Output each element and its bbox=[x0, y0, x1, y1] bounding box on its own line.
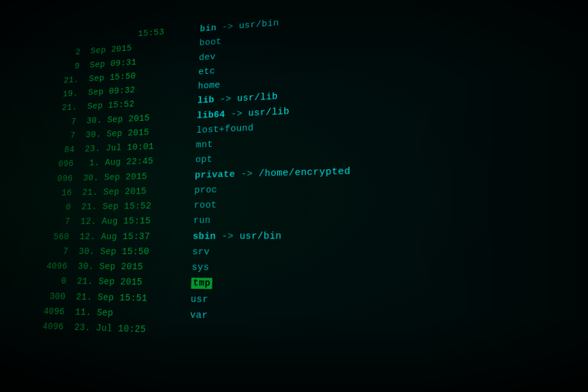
line-16: 7 30. Sep 15:50 bbox=[37, 244, 186, 259]
dir-sbin: sbin -> usr/bin bbox=[193, 227, 588, 244]
line-15: 560 12. Aug 15:37 bbox=[38, 229, 187, 244]
line-18: 0 21. Sep 2015 bbox=[35, 274, 186, 291]
line-17: 4096 30. Sep 2015 bbox=[36, 259, 186, 275]
line-12: 16 21. Sep 2015 bbox=[41, 184, 188, 201]
line-13: 0 21. Sep 15:52 bbox=[40, 199, 188, 215]
right-column: bin -> usr/bin boot dev etc home lib -> … bbox=[181, 0, 588, 392]
line-14: 7 12. Aug 15:15 bbox=[39, 214, 188, 229]
terminal-content: 15:53 2 Sep 2015 9 Sep 09:31 21. Sep 15:… bbox=[17, 0, 588, 392]
dir-srv: srv bbox=[192, 244, 588, 262]
left-column: 15:53 2 Sep 2015 9 Sep 09:31 21. Sep 15:… bbox=[17, 18, 195, 392]
terminal-window: 15:53 2 Sep 2015 9 Sep 09:31 21. Sep 15:… bbox=[0, 0, 588, 392]
